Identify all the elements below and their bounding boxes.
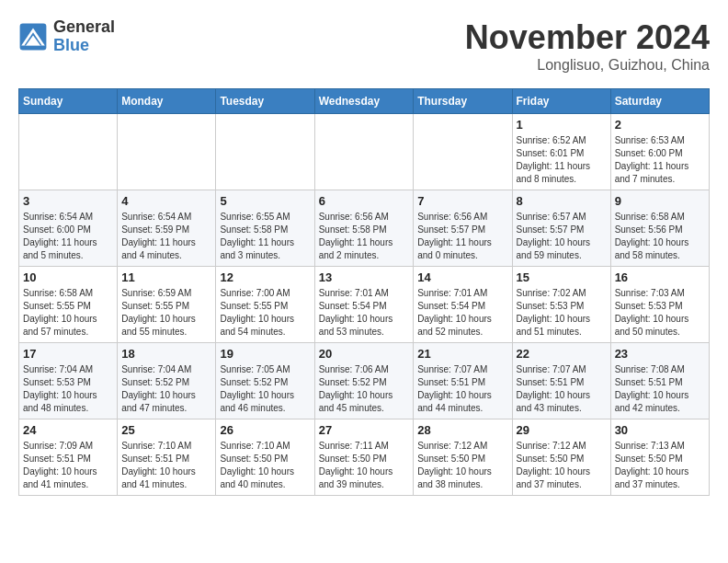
- weekday-header: Monday: [118, 89, 216, 114]
- logo-general-text: General: [53, 18, 115, 37]
- day-info: Sunrise: 7:11 AM Sunset: 5:50 PM Dayligh…: [319, 440, 410, 491]
- day-number: 9: [615, 194, 705, 208]
- day-number: 15: [517, 270, 607, 284]
- calendar-week-row: 17Sunrise: 7:04 AM Sunset: 5:53 PM Dayli…: [19, 343, 710, 419]
- calendar-cell: 18Sunrise: 7:04 AM Sunset: 5:52 PM Dayli…: [118, 343, 216, 419]
- month-title: November 2024: [465, 18, 710, 57]
- calendar-cell: 12Sunrise: 7:00 AM Sunset: 5:55 PM Dayli…: [216, 267, 314, 343]
- logo-icon: [18, 22, 48, 52]
- day-info: Sunrise: 7:09 AM Sunset: 5:51 PM Dayligh…: [23, 440, 113, 491]
- day-number: 1: [517, 118, 607, 132]
- calendar-cell: 11Sunrise: 6:59 AM Sunset: 5:55 PM Dayli…: [118, 267, 216, 343]
- day-number: 2: [615, 118, 705, 132]
- weekday-header: Tuesday: [216, 89, 314, 114]
- calendar-table: SundayMondayTuesdayWednesdayThursdayFrid…: [18, 88, 710, 496]
- day-info: Sunrise: 7:03 AM Sunset: 5:53 PM Dayligh…: [615, 287, 705, 339]
- day-number: 20: [319, 347, 410, 361]
- calendar-cell: 23Sunrise: 7:08 AM Sunset: 5:51 PM Dayli…: [610, 343, 709, 419]
- day-info: Sunrise: 7:07 AM Sunset: 5:51 PM Dayligh…: [517, 363, 607, 415]
- calendar-week-row: 3Sunrise: 6:54 AM Sunset: 6:00 PM Daylig…: [19, 190, 710, 267]
- day-number: 13: [319, 270, 410, 284]
- calendar-cell: 25Sunrise: 7:10 AM Sunset: 5:51 PM Dayli…: [118, 419, 216, 496]
- day-info: Sunrise: 6:53 AM Sunset: 6:00 PM Dayligh…: [615, 134, 705, 186]
- day-info: Sunrise: 7:12 AM Sunset: 5:50 PM Dayligh…: [417, 440, 507, 491]
- weekday-header: Wednesday: [314, 89, 414, 114]
- day-info: Sunrise: 7:00 AM Sunset: 5:55 PM Dayligh…: [220, 287, 310, 339]
- day-number: 10: [23, 270, 113, 284]
- day-number: 23: [615, 347, 705, 361]
- calendar-cell: 8Sunrise: 6:57 AM Sunset: 5:57 PM Daylig…: [512, 190, 610, 267]
- calendar-cell: 9Sunrise: 6:58 AM Sunset: 5:56 PM Daylig…: [610, 190, 709, 267]
- day-info: Sunrise: 6:57 AM Sunset: 5:57 PM Dayligh…: [517, 211, 607, 262]
- calendar-cell: 4Sunrise: 6:54 AM Sunset: 5:59 PM Daylig…: [118, 190, 216, 267]
- calendar-cell: [314, 114, 414, 190]
- calendar-cell: 20Sunrise: 7:06 AM Sunset: 5:52 PM Dayli…: [314, 343, 414, 419]
- day-info: Sunrise: 7:08 AM Sunset: 5:51 PM Dayligh…: [615, 363, 705, 415]
- day-info: Sunrise: 6:58 AM Sunset: 5:55 PM Dayligh…: [23, 287, 113, 339]
- calendar-cell: 28Sunrise: 7:12 AM Sunset: 5:50 PM Dayli…: [414, 419, 512, 496]
- day-info: Sunrise: 7:07 AM Sunset: 5:51 PM Dayligh…: [417, 363, 507, 415]
- day-info: Sunrise: 7:13 AM Sunset: 5:50 PM Dayligh…: [615, 440, 705, 491]
- day-number: 14: [417, 270, 507, 284]
- calendar-week-row: 10Sunrise: 6:58 AM Sunset: 5:55 PM Dayli…: [19, 267, 710, 343]
- calendar-cell: 7Sunrise: 6:56 AM Sunset: 5:57 PM Daylig…: [414, 190, 512, 267]
- day-number: 11: [121, 270, 211, 284]
- day-info: Sunrise: 7:01 AM Sunset: 5:54 PM Dayligh…: [417, 287, 507, 339]
- weekday-header: Saturday: [610, 89, 709, 114]
- day-info: Sunrise: 6:54 AM Sunset: 6:00 PM Dayligh…: [23, 211, 113, 262]
- calendar-cell: 21Sunrise: 7:07 AM Sunset: 5:51 PM Dayli…: [414, 343, 512, 419]
- weekday-header: Thursday: [414, 89, 512, 114]
- day-number: 7: [417, 194, 507, 208]
- calendar-cell: 1Sunrise: 6:52 AM Sunset: 6:01 PM Daylig…: [512, 114, 610, 190]
- day-info: Sunrise: 7:12 AM Sunset: 5:50 PM Dayligh…: [517, 440, 607, 491]
- logo: General Blue: [18, 18, 115, 55]
- calendar-cell: 30Sunrise: 7:13 AM Sunset: 5:50 PM Dayli…: [610, 419, 709, 496]
- calendar-cell: 16Sunrise: 7:03 AM Sunset: 5:53 PM Dayli…: [610, 267, 709, 343]
- calendar-cell: 19Sunrise: 7:05 AM Sunset: 5:52 PM Dayli…: [216, 343, 314, 419]
- day-number: 26: [220, 423, 310, 437]
- day-info: Sunrise: 6:55 AM Sunset: 5:58 PM Dayligh…: [220, 211, 310, 262]
- calendar-cell: 13Sunrise: 7:01 AM Sunset: 5:54 PM Dayli…: [314, 267, 414, 343]
- day-number: 6: [319, 194, 410, 208]
- calendar-cell: 17Sunrise: 7:04 AM Sunset: 5:53 PM Dayli…: [19, 343, 118, 419]
- calendar-week-row: 1Sunrise: 6:52 AM Sunset: 6:01 PM Daylig…: [19, 114, 710, 190]
- day-info: Sunrise: 7:04 AM Sunset: 5:53 PM Dayligh…: [23, 363, 113, 415]
- day-number: 18: [121, 347, 211, 361]
- calendar-cell: 5Sunrise: 6:55 AM Sunset: 5:58 PM Daylig…: [216, 190, 314, 267]
- title-block: November 2024 Longlisuo, Guizhou, China: [465, 18, 710, 74]
- calendar-cell: 15Sunrise: 7:02 AM Sunset: 5:53 PM Dayli…: [512, 267, 610, 343]
- calendar-week-row: 24Sunrise: 7:09 AM Sunset: 5:51 PM Dayli…: [19, 419, 710, 496]
- day-number: 12: [220, 270, 310, 284]
- day-number: 5: [220, 194, 310, 208]
- day-number: 8: [517, 194, 607, 208]
- calendar-cell: [19, 114, 118, 190]
- logo-blue-text: Blue: [53, 37, 115, 55]
- day-number: 16: [615, 270, 705, 284]
- day-info: Sunrise: 7:01 AM Sunset: 5:54 PM Dayligh…: [319, 287, 410, 339]
- day-info: Sunrise: 6:52 AM Sunset: 6:01 PM Dayligh…: [517, 134, 607, 186]
- calendar-header-row: SundayMondayTuesdayWednesdayThursdayFrid…: [19, 89, 710, 114]
- day-number: 3: [23, 194, 113, 208]
- calendar-cell: 29Sunrise: 7:12 AM Sunset: 5:50 PM Dayli…: [512, 419, 610, 496]
- calendar-cell: [118, 114, 216, 190]
- day-number: 22: [517, 347, 607, 361]
- day-number: 4: [121, 194, 211, 208]
- day-info: Sunrise: 7:02 AM Sunset: 5:53 PM Dayligh…: [517, 287, 607, 339]
- day-number: 29: [517, 423, 607, 437]
- day-number: 28: [417, 423, 507, 437]
- calendar-cell: 27Sunrise: 7:11 AM Sunset: 5:50 PM Dayli…: [314, 419, 414, 496]
- day-number: 30: [615, 423, 705, 437]
- calendar-cell: 10Sunrise: 6:58 AM Sunset: 5:55 PM Dayli…: [19, 267, 118, 343]
- day-number: 17: [23, 347, 113, 361]
- calendar-cell: 24Sunrise: 7:09 AM Sunset: 5:51 PM Dayli…: [19, 419, 118, 496]
- day-number: 27: [319, 423, 410, 437]
- calendar-cell: 3Sunrise: 6:54 AM Sunset: 6:00 PM Daylig…: [19, 190, 118, 267]
- day-number: 19: [220, 347, 310, 361]
- page-header: General Blue November 2024 Longlisuo, Gu…: [18, 18, 710, 74]
- calendar-cell: [414, 114, 512, 190]
- day-info: Sunrise: 7:05 AM Sunset: 5:52 PM Dayligh…: [220, 363, 310, 415]
- calendar-cell: 26Sunrise: 7:10 AM Sunset: 5:50 PM Dayli…: [216, 419, 314, 496]
- day-info: Sunrise: 6:59 AM Sunset: 5:55 PM Dayligh…: [121, 287, 211, 339]
- day-info: Sunrise: 6:56 AM Sunset: 5:58 PM Dayligh…: [319, 211, 410, 262]
- calendar-cell: [216, 114, 314, 190]
